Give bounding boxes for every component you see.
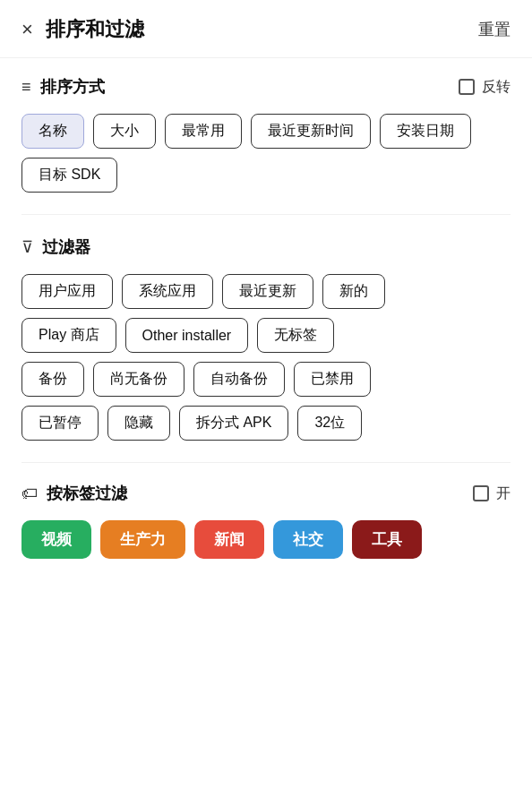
filter-chips-container: 用户应用系统应用最近更新新的Play 商店Other installer无标签备… bbox=[21, 274, 511, 441]
reverse-label: 反转 bbox=[482, 78, 511, 97]
filter-chip-2[interactable]: 最近更新 bbox=[222, 274, 313, 309]
filter-chip-11[interactable]: 已暂停 bbox=[21, 406, 99, 441]
filter-row-0: 用户应用系统应用最近更新新的 bbox=[21, 274, 511, 309]
filter-chip-3[interactable]: 新的 bbox=[322, 274, 385, 309]
tag-chip-1[interactable]: 生产力 bbox=[100, 520, 185, 559]
filter-chip-12[interactable]: 隐藏 bbox=[107, 406, 170, 441]
tag-chip-3[interactable]: 社交 bbox=[273, 520, 343, 559]
tag-chip-2[interactable]: 新闻 bbox=[194, 520, 264, 559]
tag-icon: 🏷 bbox=[21, 484, 38, 503]
filter-title-wrap: ⊽ 过滤器 bbox=[21, 236, 90, 258]
sort-icon: ≡ bbox=[21, 78, 31, 97]
tag-section-header: 🏷 按标签过滤 开 bbox=[21, 483, 511, 504]
page-title: 排序和过滤 bbox=[46, 16, 144, 43]
tag-chips-row: 视频生产力新闻社交工具 bbox=[21, 520, 511, 559]
sort-chip-3[interactable]: 最近更新时间 bbox=[251, 114, 371, 149]
tag-chip-0[interactable]: 视频 bbox=[21, 520, 91, 559]
filter-chip-0[interactable]: 用户应用 bbox=[21, 274, 113, 309]
filter-section-header: ⊽ 过滤器 bbox=[21, 236, 511, 258]
tag-chip-4[interactable]: 工具 bbox=[352, 520, 422, 559]
header: × 排序和过滤 重置 bbox=[0, 0, 532, 58]
filter-row-1: Play 商店Other installer无标签 bbox=[21, 318, 511, 353]
tag-title: 按标签过滤 bbox=[47, 483, 127, 504]
filter-icon: ⊽ bbox=[21, 237, 33, 257]
sort-title: 排序方式 bbox=[40, 76, 105, 98]
sort-chip-5[interactable]: 目标 SDK bbox=[21, 158, 117, 193]
toggle-label: 开 bbox=[496, 484, 511, 503]
filter-chip-1[interactable]: 系统应用 bbox=[122, 274, 213, 309]
sort-chip-2[interactable]: 最常用 bbox=[165, 114, 242, 149]
filter-chip-5[interactable]: Other installer bbox=[125, 318, 249, 353]
filter-row-3: 已暂停隐藏拆分式 APK32位 bbox=[21, 406, 511, 441]
filter-chip-14[interactable]: 32位 bbox=[297, 406, 362, 441]
sort-chips-row: 名称大小最常用最近更新时间安装日期目标 SDK bbox=[21, 114, 511, 193]
sort-section-header: ≡ 排序方式 反转 bbox=[21, 76, 511, 98]
header-left: × 排序和过滤 bbox=[21, 16, 144, 43]
toggle-wrap: 开 bbox=[473, 484, 511, 503]
sort-chip-0[interactable]: 名称 bbox=[21, 114, 84, 149]
filter-chip-10[interactable]: 已禁用 bbox=[294, 362, 371, 397]
filter-title: 过滤器 bbox=[42, 236, 90, 258]
divider-1 bbox=[21, 214, 511, 215]
filter-row-2: 备份尚无备份自动备份已禁用 bbox=[21, 362, 511, 397]
divider-2 bbox=[21, 462, 511, 463]
filter-section: ⊽ 过滤器 用户应用系统应用最近更新新的Play 商店Other install… bbox=[0, 218, 532, 458]
sort-title-wrap: ≡ 排序方式 bbox=[21, 76, 105, 98]
sort-section: ≡ 排序方式 反转 名称大小最常用最近更新时间安装日期目标 SDK bbox=[0, 58, 532, 210]
reverse-wrap: 反转 bbox=[459, 78, 511, 97]
filter-chip-6[interactable]: 无标签 bbox=[257, 318, 334, 353]
tag-toggle-checkbox[interactable] bbox=[473, 485, 489, 501]
sort-chip-1[interactable]: 大小 bbox=[93, 114, 156, 149]
reverse-checkbox[interactable] bbox=[459, 79, 475, 95]
filter-chip-7[interactable]: 备份 bbox=[21, 362, 84, 397]
reset-button[interactable]: 重置 bbox=[478, 19, 511, 40]
close-button[interactable]: × bbox=[21, 20, 33, 39]
filter-chip-9[interactable]: 自动备份 bbox=[193, 362, 285, 397]
filter-chip-13[interactable]: 拆分式 APK bbox=[179, 406, 288, 441]
tag-title-wrap: 🏷 按标签过滤 bbox=[21, 483, 127, 504]
tag-section: 🏷 按标签过滤 开 视频生产力新闻社交工具 bbox=[0, 467, 532, 568]
filter-chip-4[interactable]: Play 商店 bbox=[21, 318, 116, 353]
filter-chip-8[interactable]: 尚无备份 bbox=[93, 362, 184, 397]
sort-chip-4[interactable]: 安装日期 bbox=[380, 114, 471, 149]
